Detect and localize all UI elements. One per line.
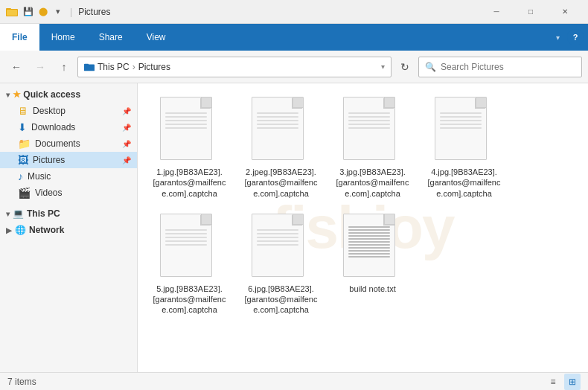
sidebar-item-pictures[interactable]: 🖼 Pictures 📌 xyxy=(0,152,137,168)
title-bar-title: Pictures xyxy=(78,7,479,17)
save-icon[interactable]: 💾 xyxy=(22,6,34,18)
desktop-folder-icon: 🖥 xyxy=(18,105,28,117)
sidebar-item-videos[interactable]: 🎬 Videos xyxy=(0,185,137,201)
downloads-pin-icon: 📌 xyxy=(122,124,131,132)
file-item-6[interactable]: build note.txt xyxy=(330,209,415,320)
network-label: Network xyxy=(29,225,64,235)
file-name-2: 3.jpg.[9B83AE23].[garantos@mailfence.com… xyxy=(334,167,411,199)
videos-icon: 🎬 xyxy=(18,187,31,199)
search-icon: 🔍 xyxy=(425,62,436,72)
tab-share[interactable]: Share xyxy=(87,24,135,51)
folder-icon xyxy=(6,6,18,18)
title-bar: 💾 ⬤ ▾ | Pictures ─ □ ✕ xyxy=(0,0,588,24)
file-item-5[interactable]: 6.jpg.[9B83AE23].[garantos@mailfence.com… xyxy=(238,209,324,320)
network-icon: 🌐 xyxy=(15,225,26,235)
file-icon-6 xyxy=(343,214,403,281)
file-name-1: 2.jpeg.[9B83AE23].[garantos@mailfence.co… xyxy=(243,167,319,199)
downloads-icon: ⬇ xyxy=(18,121,27,133)
separator: | xyxy=(70,7,72,17)
quick-access-star-icon: ★ xyxy=(13,89,21,100)
undo-icon[interactable]: ⬤ xyxy=(37,6,49,18)
maximize-button[interactable]: □ xyxy=(514,0,548,24)
sidebar-item-music-label: Music xyxy=(28,171,51,182)
quick-access-header[interactable]: ▾ ★ Quick access xyxy=(0,86,137,103)
file-grid: 1.jpg.[9B83AE23].[garantos@mailfence.com… xyxy=(147,92,579,320)
file-item-3[interactable]: 4.jpg.[9B83AE23].[garantos@mailfence.com… xyxy=(421,92,507,203)
tab-home[interactable]: Home xyxy=(39,24,87,51)
collapse-ribbon-icon[interactable]: ▾ xyxy=(556,33,560,42)
sidebar-item-music[interactable]: ♪ Music xyxy=(0,168,137,185)
title-bar-quick-tools: 💾 ⬤ ▾ | xyxy=(22,6,72,18)
main-layout: ▾ ★ Quick access 🖥 Desktop 📌 ⬇ Downloads… xyxy=(0,83,588,372)
pictures-icon: 🖼 xyxy=(18,154,28,166)
status-right: ≡ ⊞ xyxy=(545,374,581,390)
up-button[interactable]: ↑ xyxy=(54,57,74,77)
sidebar-item-desktop-label: Desktop xyxy=(33,106,65,116)
file-item-4[interactable]: 5.jpg.[9B83AE23].[garantos@mailfence.com… xyxy=(147,209,232,320)
sidebar-item-downloads[interactable]: ⬇ Downloads 📌 xyxy=(0,119,137,135)
sidebar-item-pictures-label: Pictures xyxy=(33,155,65,165)
refresh-button[interactable]: ↻ xyxy=(394,57,415,77)
file-name-4: 5.jpg.[9B83AE23].[garantos@mailfence.com… xyxy=(151,284,228,316)
minimize-button[interactable]: ─ xyxy=(479,0,514,24)
folder-addr-icon xyxy=(84,62,95,72)
file-icon-1 xyxy=(252,97,311,164)
addr-chevron[interactable]: ▾ xyxy=(381,63,385,71)
documents-pin-icon: 📌 xyxy=(122,140,131,148)
addr-pictures: Pictures xyxy=(138,62,170,72)
file-icon-3 xyxy=(435,97,494,164)
view-grid-button[interactable]: ⊞ xyxy=(564,374,581,390)
view-list-button[interactable]: ≡ xyxy=(545,374,561,390)
this-pc-header[interactable]: ▾ 💻 This PC xyxy=(0,205,137,222)
close-button[interactable]: ✕ xyxy=(548,0,582,24)
file-icon-5 xyxy=(252,214,311,281)
sidebar-item-documents-label: Documents xyxy=(35,138,80,149)
file-item-0[interactable]: 1.jpg.[9B83AE23].[garantos@mailfence.com… xyxy=(147,92,232,203)
file-area: fishjoy 1.jpg.[9B83AE23].[garantos@mailf… xyxy=(138,83,588,372)
file-name-3: 4.jpg.[9B83AE23].[garantos@mailfence.com… xyxy=(426,167,502,199)
svg-rect-4 xyxy=(84,64,95,71)
search-box[interactable]: 🔍 xyxy=(418,57,582,77)
sidebar-item-videos-label: Videos xyxy=(35,188,62,198)
music-icon: ♪ xyxy=(18,170,23,182)
addr-separator: › xyxy=(132,62,135,72)
sidebar-item-documents[interactable]: 📁 Documents 📌 xyxy=(0,135,137,152)
file-name-5: 6.jpg.[9B83AE23].[garantos@mailfence.com… xyxy=(243,284,319,316)
file-icon-4 xyxy=(160,214,220,281)
file-item-2[interactable]: 3.jpg.[9B83AE23].[garantos@mailfence.com… xyxy=(330,92,415,203)
this-pc-label: This PC xyxy=(27,208,60,219)
back-button[interactable]: ← xyxy=(6,57,27,77)
quick-access-chevron: ▾ xyxy=(6,91,10,99)
search-input[interactable] xyxy=(441,62,575,72)
status-bar: 7 items ≡ ⊞ xyxy=(0,372,588,390)
file-icon-0 xyxy=(160,97,220,164)
file-item-1[interactable]: 2.jpeg.[9B83AE23].[garantos@mailfence.co… xyxy=(238,92,324,203)
pictures-pin-icon: 📌 xyxy=(122,156,131,164)
quick-access-label: Quick access xyxy=(23,89,80,100)
dropdown-icon[interactable]: ▾ xyxy=(52,6,64,18)
title-bar-controls: ─ □ ✕ xyxy=(479,0,582,24)
svg-rect-2 xyxy=(7,10,17,16)
desktop-pin-icon: 📌 xyxy=(122,107,131,115)
tab-view[interactable]: View xyxy=(135,24,178,51)
documents-folder-icon: 📁 xyxy=(18,138,31,150)
sidebar-item-downloads-label: Downloads xyxy=(31,122,75,132)
network-header[interactable]: ▶ 🌐 Network xyxy=(0,222,137,238)
tab-file[interactable]: File xyxy=(0,24,39,51)
file-name-0: 1.jpg.[9B83AE23].[garantos@mailfence.com… xyxy=(151,167,228,199)
item-count: 7 items xyxy=(7,377,36,387)
this-pc-icon: 💻 xyxy=(13,208,24,219)
file-name-6: build note.txt xyxy=(349,284,395,294)
address-box[interactable]: This PC › Pictures ▾ xyxy=(77,57,392,77)
ribbon: File Home Share View ▾ ? xyxy=(0,24,588,51)
help-button[interactable]: ? xyxy=(567,29,584,45)
this-pc-chevron: ▾ xyxy=(6,210,10,218)
forward-button[interactable]: → xyxy=(30,57,51,77)
addr-this-pc: This PC xyxy=(98,62,130,72)
sidebar-item-desktop[interactable]: 🖥 Desktop 📌 xyxy=(0,103,137,119)
file-icon-2 xyxy=(343,97,403,164)
address-bar-row: ← → ↑ This PC › Pictures ▾ ↻ 🔍 xyxy=(0,51,588,83)
sidebar: ▾ ★ Quick access 🖥 Desktop 📌 ⬇ Downloads… xyxy=(0,83,138,372)
network-chevron: ▶ xyxy=(6,226,12,234)
